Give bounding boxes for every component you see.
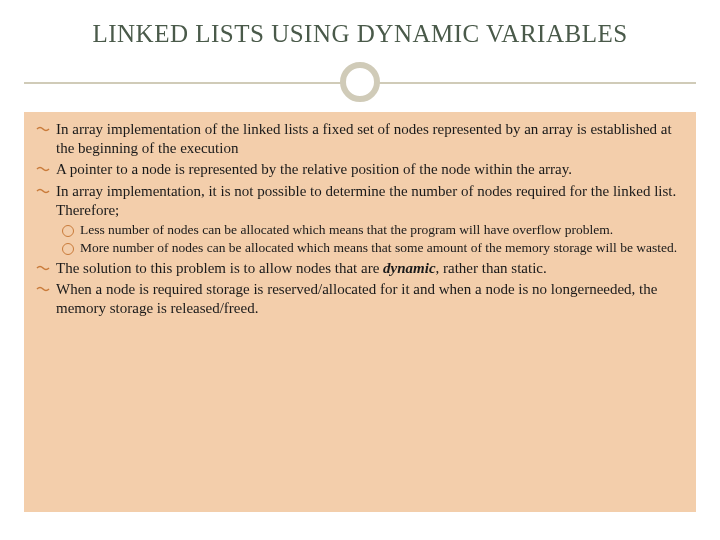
sub-bullet-list: Less number of nodes can be allocated wh…	[60, 222, 686, 257]
bullet-item: In array implementation of the linked li…	[34, 120, 686, 158]
title-divider	[0, 60, 720, 104]
bullet-item: In array implementation, it is not possi…	[34, 182, 686, 220]
main-bullet-list-2: The solution to this problem is to allow…	[34, 259, 686, 319]
bullet-text-part: , rather than static.	[436, 260, 547, 276]
slide-title: LINKED LISTS USING DYNAMIC VARIABLES	[0, 0, 720, 60]
bullet-item: A pointer to a node is represented by th…	[34, 160, 686, 179]
main-bullet-list: In array implementation of the linked li…	[34, 120, 686, 220]
slide: LINKED LISTS USING DYNAMIC VARIABLES In …	[0, 0, 720, 540]
bullet-text-part: The solution to this problem is to allow…	[56, 260, 383, 276]
bullet-item: The solution to this problem is to allow…	[34, 259, 686, 278]
bullet-text-bold: dynamic	[383, 260, 436, 276]
sub-bullet-item: More number of nodes can be allocated wh…	[60, 240, 686, 257]
content-box: In array implementation of the linked li…	[24, 112, 696, 512]
divider-circle-icon	[340, 62, 380, 102]
sub-bullet-item: Less number of nodes can be allocated wh…	[60, 222, 686, 239]
bullet-item: When a node is required storage is reser…	[34, 280, 686, 318]
